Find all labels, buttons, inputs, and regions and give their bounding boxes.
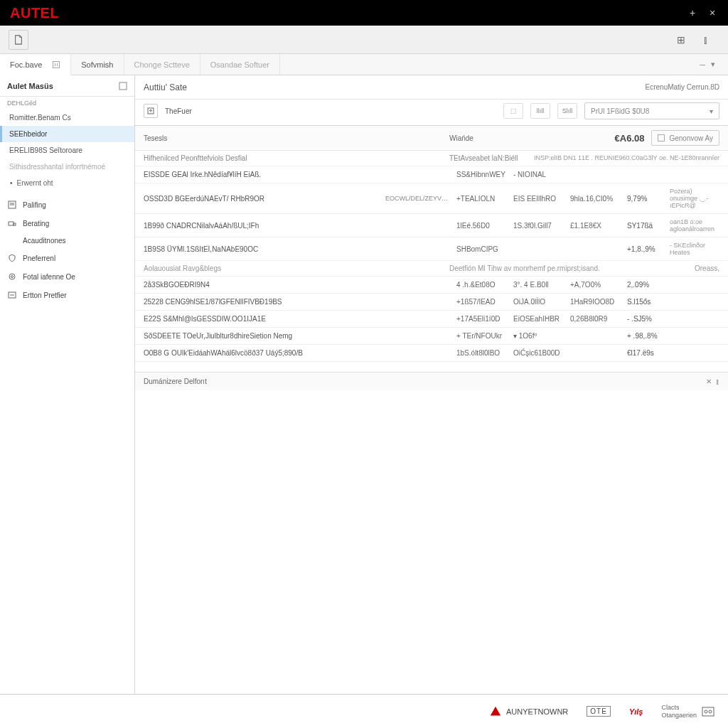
sidebar-title: Aulet Masüs <box>7 82 53 90</box>
svg-rect-4 <box>14 223 16 225</box>
sidebar-item-2[interactable]: ERELIB98S Seîtoroare <box>0 142 134 159</box>
brand-1-logo-icon <box>489 705 502 718</box>
toolbar-dropdown-icon[interactable]: ▾ <box>711 60 715 69</box>
subhead-right: INSP:elIB DN1 11E . REUNIE960.C0aG3lY oe… <box>534 154 719 162</box>
col-name-header[interactable]: Tesesls <box>144 134 449 142</box>
footer-panel-icon[interactable]: ⫿ <box>716 378 719 385</box>
table-subheader: Hifhenilced Peonfttefviols Desfial TEtAv… <box>135 151 728 166</box>
toolbar-dash: ─ <box>700 60 705 69</box>
autorefresh-toggle[interactable]: Genonvow Ay <box>651 130 719 146</box>
section-header: Aolauousiat Ravg&blegs Deetfión Ml Tihw … <box>135 261 728 277</box>
sidebar-item-acauditnones[interactable]: Acauditnones <box>0 232 134 249</box>
brand-4-icon <box>701 705 715 719</box>
sidebar-item-0[interactable]: Romitter.Benam Cs <box>0 109 134 126</box>
svg-rect-0 <box>53 61 60 68</box>
svg-point-12 <box>709 710 712 713</box>
table-row[interactable]: OSSD3D BGEerdúNAEvT/ RHbR9OREOCWL/DEL/ZE… <box>135 183 728 214</box>
table-row[interactable]: 1B9S8 ÜYMl.1SßItEÍ,NaNAbE90OCSHBomCIPG+1… <box>135 237 728 261</box>
new-tab-button[interactable]: + <box>682 7 702 18</box>
table-row[interactable]: 1B99ð CNADRCNilalvAáAh/ßUL;IFh1lEé.56D01… <box>135 214 728 237</box>
sidebar-collapse-icon[interactable] <box>119 82 127 90</box>
bullet-label: Erwernt oht <box>17 179 53 187</box>
chevron-down-icon: ▾ <box>710 107 713 115</box>
dropdown-value: PrUl 1FßidG $0U8 <box>591 107 649 115</box>
sidebar-item-label: Berating <box>23 220 49 228</box>
sidebar-header: Aulet Masüs <box>0 75 134 97</box>
sidebar-item-pneferrenl[interactable]: Pneferrenl <box>0 249 134 267</box>
data-table: Tesesls Wiańde €A6.08 Genonvow Ay Hifhen… <box>135 125 728 390</box>
sidebar-item-label: Ertton Pretfier <box>23 291 67 299</box>
brand-4-label-a: Clacts <box>661 704 697 712</box>
table-row[interactable]: 2å3SkBGOEÐRI9N44 .h.&Et08O3°. 4 E.B0ll+A… <box>135 277 728 294</box>
statusbar: AUNYETNOWNR OTE Yılş Clacts Otangaerien <box>0 694 728 728</box>
table-footer-bar: Dumánizere Delforıt ✕ ⫿ <box>135 372 728 390</box>
col-value-header[interactable]: Wiańde <box>449 134 513 142</box>
sidebar-item-ertton[interactable]: Ertton Pretfier <box>0 286 134 304</box>
view-mode-2[interactable]: llıll <box>530 103 550 119</box>
gear-icon <box>7 272 17 282</box>
brand-2-label: OTE <box>587 706 611 717</box>
table-row[interactable]: EISSDE GEAl Irke.hNêdíaf¥líH EiAß.SS&Hib… <box>135 166 728 183</box>
panel-icon[interactable]: ⫿ <box>695 30 715 50</box>
truck-icon <box>7 218 17 228</box>
filter-label: TheFuer <box>165 107 192 115</box>
sidebar-item-label: Acauditnones <box>23 237 66 245</box>
view-mode-3[interactable]: Slıll <box>557 103 577 119</box>
shield-icon <box>7 253 17 263</box>
brand-1-label: AUNYETNOWNR <box>506 707 568 716</box>
pref-icon <box>7 290 17 300</box>
section-mid: Deetfión Ml Tihw av monrhemf pe.rmiprst;… <box>449 264 600 272</box>
total-metric: €A6.08 <box>615 133 645 144</box>
tab-osandae[interactable]: Osandae Softuer <box>200 54 280 75</box>
period-dropdown[interactable]: PrUl 1FßidG $0U8 ▾ <box>584 102 719 119</box>
tab-chonge[interactable]: Chonge Sctteve <box>124 54 200 75</box>
section-right: Oreass, <box>695 264 719 272</box>
table-row[interactable]: O0B8 G OUlk'EidáahWAhál6lvcö8ð37 Uáý5;89… <box>135 345 728 362</box>
brand-4: Clacts Otangaerien <box>661 704 715 719</box>
tab-focbave[interactable]: Foc.bave <box>0 54 71 75</box>
new-file-icon[interactable] <box>9 30 28 50</box>
sidebar-item-label: Palifing <box>23 201 46 209</box>
tab-sofvmish[interactable]: Sofvmish <box>71 54 124 75</box>
subhead-mid: TEtAvseabet laN:Biéll <box>449 154 518 162</box>
svg-point-5 <box>9 274 15 279</box>
tab-close-icon[interactable] <box>52 60 60 69</box>
sidebar-item-berating[interactable]: Berating <box>0 214 134 232</box>
subhead-left: Hifhenilced Peonfttefviols Desfial <box>144 154 449 162</box>
sidebar-item-1[interactable]: SEEhbeidor <box>0 126 134 142</box>
brand-4-label-b: Otangaerien <box>661 712 697 719</box>
table-row[interactable]: E22S S&Mhl@IsGESSDIW.OO1IJA1E+17A5Eli1í0… <box>135 311 728 328</box>
table-row[interactable]: SðSDEETE TOeUr,Jiulbltur8dhireSietion Ne… <box>135 328 728 345</box>
sidebar-item-label: Pneferrenl <box>23 255 55 262</box>
layout-icon[interactable]: ⊞ <box>671 30 691 50</box>
page-header: Auttiu' Sate EcrenuMatiy Cerrun.8D <box>135 75 728 100</box>
sidebar-item-label: Fotal iafenne Oe <box>23 273 75 281</box>
page-title: Auttiu' Sate <box>144 82 187 92</box>
table-row[interactable]: 25228 CENG9hlSE1/87lGFENlIFIVBÐ19BS+1ß57… <box>135 294 728 311</box>
sidebar-subtitle: DEHLGéd <box>0 97 134 109</box>
tab-label: Chonge Sctteve <box>134 60 190 69</box>
sidebar-item-fotal[interactable]: Fotal iafenne Oe <box>0 267 134 286</box>
sidebar-item-palifing[interactable]: Palifing <box>0 196 134 214</box>
export-icon[interactable] <box>144 104 158 118</box>
brand-3-label: Yılş <box>629 707 643 716</box>
svg-rect-10 <box>702 707 714 716</box>
toolbar: ⊞ ⫿ <box>0 26 728 54</box>
close-window-button[interactable]: × <box>702 7 722 18</box>
svg-point-11 <box>705 710 707 713</box>
checkbox-label: Genonvow Ay <box>669 134 713 142</box>
sidebar-bullet[interactable]: • Erwernt oht <box>0 175 134 191</box>
tab-label: Foc.bave <box>10 60 42 69</box>
page-header-right: EcrenuMatiy Cerrun.8D <box>646 83 719 91</box>
footer-close-icon[interactable]: ✕ <box>706 378 712 385</box>
svg-rect-9 <box>658 135 665 141</box>
sidebar: Aulet Masüs DEHLGéd Romitter.Benam Cs SE… <box>0 75 135 694</box>
tab-label: Osandae Softuer <box>210 60 269 69</box>
sidebar-item-3[interactable]: Sithisdresshantal inforrtnémoé <box>0 159 134 175</box>
tabbar: Foc.bave Sofvmish Chonge Sctteve Osandae… <box>0 54 728 75</box>
table-header: Tesesls Wiańde €A6.08 Genonvow Ay <box>135 126 728 151</box>
page-icon <box>7 200 17 210</box>
view-mode-1[interactable]: ⬚ <box>503 103 523 119</box>
brand-2: OTE <box>587 706 611 717</box>
brand-1: AUNYETNOWNR <box>489 705 568 718</box>
